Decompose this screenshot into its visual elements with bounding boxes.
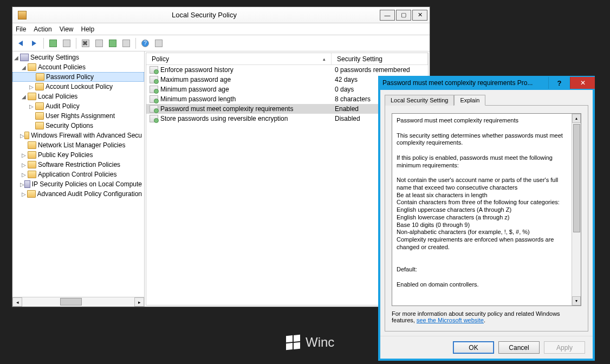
policy-name: Minimum password age — [160, 86, 229, 93]
dialog-titlebar[interactable]: Password must meet complexity requiremen… — [378, 76, 595, 90]
expander-icon[interactable]: ▷ — [20, 133, 24, 139]
expander-icon[interactable]: ▷ — [20, 152, 28, 158]
folder-icon — [24, 132, 29, 139]
close-button[interactable]: ✕ — [412, 10, 427, 21]
tree-node-user-rights[interactable]: User Rights Assignment — [12, 111, 144, 121]
menu-view[interactable]: View — [60, 25, 74, 33]
tree-node-local-policies[interactable]: ◢ Local Policies — [12, 92, 144, 101]
scroll-track[interactable] — [572, 123, 581, 296]
tab-explain[interactable]: Explain — [454, 95, 485, 106]
tree[interactable]: ◢ Security Settings ◢ Account Policies P… — [12, 51, 144, 297]
maximize-icon: ▢ — [401, 11, 406, 18]
expander-icon[interactable]: ▷ — [20, 191, 27, 197]
minimize-button[interactable]: — — [380, 10, 395, 21]
options-icon — [155, 40, 163, 47]
folder-icon — [35, 83, 44, 90]
expander-icon[interactable]: ◢ — [20, 64, 28, 70]
forward-button[interactable] — [28, 37, 40, 49]
back-button[interactable] — [15, 37, 27, 49]
policy-name: Password must meet complexity requiremen… — [160, 105, 293, 113]
help-button[interactable]: ? — [139, 37, 151, 49]
delete-button[interactable]: ✖ — [80, 37, 92, 49]
microsoft-website-link[interactable]: see the Microsoft website — [417, 317, 484, 323]
expander-icon[interactable]: ▷ — [20, 172, 28, 178]
folder-icon — [28, 141, 36, 149]
cancel-button[interactable]: Cancel — [498, 341, 540, 354]
folder-icon — [28, 161, 36, 168]
tree-label: Audit Policy — [46, 102, 80, 110]
forward-icon — [32, 41, 36, 46]
tree-node-security-options[interactable]: Security Options — [12, 121, 144, 131]
folder-icon — [28, 171, 36, 178]
toolbar-separator — [76, 38, 76, 49]
tree-node-public-key[interactable]: ▷ Public Key Policies — [12, 150, 144, 160]
maximize-button[interactable]: ▢ — [396, 10, 411, 21]
scroll-track[interactable] — [22, 297, 134, 307]
tree-label: Public Key Policies — [38, 151, 93, 159]
column-policy[interactable]: Policy▴ — [146, 53, 332, 64]
explain-text[interactable]: Password must meet complexity requiremen… — [392, 114, 572, 306]
up-button[interactable] — [47, 37, 59, 49]
tree-label: Network List Manager Policies — [38, 141, 125, 149]
dialog-tabs: Local Security Setting Explain — [385, 95, 588, 106]
policy-icon — [150, 105, 158, 113]
show-hide-tree-button[interactable] — [61, 37, 73, 49]
tree-node-ipsec[interactable]: ▷ IP Security Policies on Local Compute — [12, 179, 144, 189]
back-icon — [18, 41, 23, 46]
export-button[interactable] — [120, 37, 132, 49]
scroll-right-button[interactable]: ▸ — [134, 297, 144, 307]
policy-name: Minimum password length — [160, 95, 236, 103]
tree-node-advanced-audit[interactable]: ▷ Advanced Audit Policy Configuration — [12, 189, 144, 199]
expander-icon[interactable]: ◢ — [20, 94, 28, 100]
menu-action[interactable]: Action — [34, 25, 51, 33]
scroll-thumb[interactable] — [60, 298, 82, 306]
refresh-icon — [109, 40, 116, 47]
toolbar: ✖ ? — [12, 35, 430, 51]
tree-node-app-control[interactable]: ▷ Application Control Policies — [12, 170, 144, 179]
watermark-text: Winc — [306, 335, 334, 350]
tree-node-software-restriction[interactable]: ▷ Software Restriction Policies — [12, 160, 144, 170]
expander-icon[interactable]: ▷ — [28, 84, 35, 90]
expander-icon[interactable]: ▷ — [20, 162, 28, 168]
scroll-left-button[interactable]: ◂ — [12, 297, 22, 307]
window-title: Local Security Policy — [30, 11, 379, 19]
properties-button[interactable] — [93, 37, 105, 49]
options-button[interactable] — [153, 37, 165, 49]
scroll-up-button[interactable]: ▴ — [572, 114, 581, 123]
close-icon: ✕ — [418, 11, 423, 18]
tree-node-password-policy[interactable]: Password Policy — [12, 72, 144, 82]
properties-dialog: Password must meet complexity requiremen… — [378, 76, 595, 361]
scroll-down-button[interactable]: ▾ — [572, 296, 581, 306]
column-label: Policy — [152, 55, 169, 63]
ok-button[interactable]: OK — [453, 341, 494, 354]
expander-icon[interactable]: ▷ — [28, 103, 35, 109]
scroll-thumb[interactable] — [573, 124, 580, 232]
dialog-close-button[interactable]: ✕ — [570, 77, 595, 89]
ipsec-icon — [24, 180, 30, 188]
menu-help[interactable]: Help — [81, 25, 95, 33]
menu-file[interactable]: File — [16, 25, 26, 33]
local-security-policy-window: Local Security Policy — ▢ ✕ File Action … — [12, 6, 430, 307]
tree-node-account-lockout[interactable]: ▷ Account Lockout Policy — [12, 82, 144, 92]
tree-root[interactable]: ◢ Security Settings — [12, 53, 144, 62]
dialog-help-button[interactable]: ? — [548, 77, 570, 89]
tree-node-account-policies[interactable]: ◢ Account Policies — [12, 62, 144, 72]
refresh-button[interactable] — [107, 37, 119, 49]
windows-watermark: Winc — [286, 335, 334, 350]
tree-node-network-list[interactable]: Network List Manager Policies — [12, 140, 144, 150]
tree-hscrollbar[interactable]: ◂ ▸ — [12, 297, 144, 307]
folder-icon — [35, 102, 44, 110]
tree-node-firewall[interactable]: ▷ Windows Firewall with Advanced Secu — [12, 131, 144, 140]
expander-icon[interactable]: ◢ — [12, 55, 20, 61]
column-security-setting[interactable]: Security Setting — [332, 53, 428, 64]
tree-node-audit-policy[interactable]: ▷ Audit Policy — [12, 101, 144, 111]
policy-name: Store passwords using reversible encrypt… — [160, 115, 288, 122]
list-row[interactable]: Enforce password history0 passwords reme… — [146, 65, 428, 75]
tree-label: Security Options — [46, 122, 93, 129]
tree-label: Software Restriction Policies — [38, 161, 120, 168]
policy-setting: 0 passwords remembered — [332, 66, 428, 74]
tab-local-security-setting[interactable]: Local Security Setting — [385, 95, 454, 106]
titlebar[interactable]: Local Security Policy — ▢ ✕ — [12, 7, 430, 23]
explain-vscrollbar[interactable]: ▴ ▾ — [572, 114, 581, 306]
expander-icon[interactable]: ▷ — [20, 181, 24, 187]
